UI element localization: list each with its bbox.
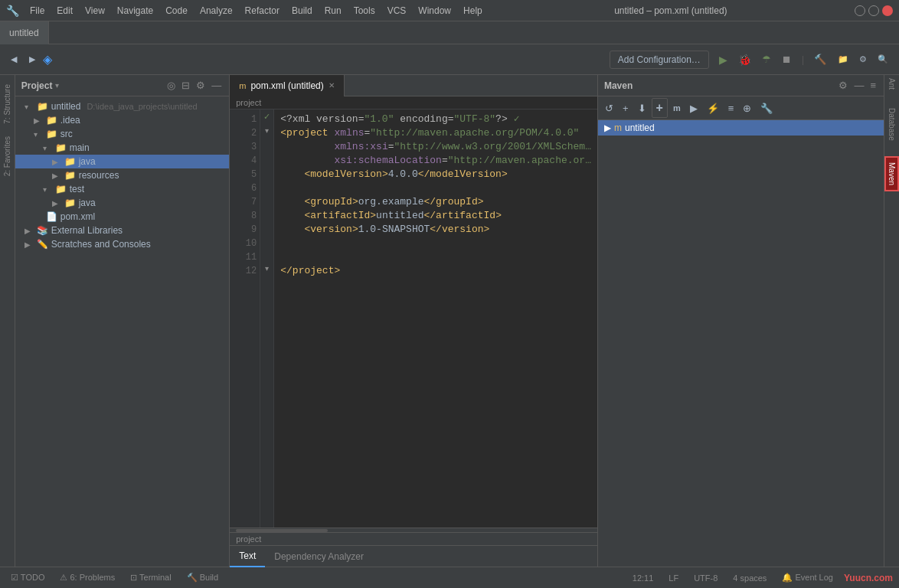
indent-5 <box>280 168 304 181</box>
panel-settings-button[interactable]: ⚙ <box>195 78 207 93</box>
expand-arrow-java-test[interactable]: ▶ <box>52 199 61 207</box>
expand-arrow-idea[interactable]: ▶ <box>34 116 43 125</box>
menu-refactor[interactable]: Refactor <box>240 4 284 18</box>
debug-button[interactable]: 🐞 <box>734 51 755 68</box>
collapse-all-button[interactable]: ⊟ <box>180 78 191 93</box>
menu-view[interactable]: View <box>80 4 110 18</box>
menu-analyze[interactable]: Analyze <box>195 4 237 18</box>
settings-button[interactable]: ⚙ <box>855 51 871 67</box>
stop-button[interactable]: ⏹ <box>778 51 796 67</box>
tree-item-java-main[interactable]: ▶ 📁 java <box>15 155 230 168</box>
coverage-button[interactable]: ☂ <box>758 51 775 67</box>
menu-build[interactable]: Build <box>287 4 317 18</box>
scrollbar-thumb[interactable] <box>236 529 328 532</box>
menu-vcs[interactable]: VCS <box>383 4 411 18</box>
maven-execute-button[interactable]: ▶ <box>686 100 701 116</box>
cursor-position[interactable]: 12:11 <box>628 573 659 583</box>
maven-tree-item-untitled[interactable]: ▶ m untitled <box>598 120 884 136</box>
menu-window[interactable]: Window <box>414 4 456 18</box>
maven-side-label[interactable]: Maven <box>884 156 899 191</box>
menu-code[interactable]: Code <box>161 4 192 18</box>
expand-arrow-scratches[interactable]: ▶ <box>25 240 34 249</box>
tree-main-name: main <box>70 142 90 153</box>
maven-create-button[interactable]: + <box>652 98 668 118</box>
menu-file[interactable]: File <box>25 4 49 18</box>
tree-item-root[interactable]: ▾ 📁 untitled D:\idea_java_projects\untit… <box>15 100 230 113</box>
maximize-button[interactable]: □ <box>868 5 879 16</box>
tree-item-pom[interactable]: 📄 pom.xml <box>15 210 230 224</box>
maven-run-button[interactable]: m <box>669 101 685 115</box>
close-button[interactable]: ✕ <box>882 5 893 16</box>
editor-tab-close[interactable]: ✕ <box>329 81 335 90</box>
maven-expand-arrow[interactable]: ▶ <box>604 122 611 133</box>
locate-button[interactable]: ◎ <box>165 78 177 93</box>
tree-item-src[interactable]: ▾ 📁 src <box>15 127 230 141</box>
menu-tools[interactable]: Tools <box>349 4 380 18</box>
menu-help[interactable]: Help <box>459 4 487 18</box>
maven-header: Maven ⚙ — ≡ <box>598 75 884 96</box>
terminal-button[interactable]: ⊡ Terminal <box>126 573 175 583</box>
tree-item-idea[interactable]: ▶ 📁 .idea <box>15 113 230 127</box>
fold-arrow-2[interactable]: ▾ <box>260 123 273 137</box>
tree-item-main[interactable]: ▾ 📁 main <box>15 141 230 155</box>
tab-text[interactable]: Text <box>230 546 265 567</box>
maven-close-button[interactable]: ≡ <box>868 78 878 93</box>
search-button[interactable]: 🔍 <box>873 51 893 67</box>
left-side-strip: 7: Structure 2: Favorites <box>0 75 15 567</box>
encoding[interactable]: UTF-8 <box>689 573 722 583</box>
terminal-label: Terminal <box>139 573 172 582</box>
tree-item-resources[interactable]: ▶ 📁 resources <box>15 168 230 182</box>
expand-arrow-src[interactable]: ▾ <box>34 130 43 139</box>
project-structure-button[interactable]: 📁 <box>833 51 853 67</box>
maven-add-project-button[interactable]: + <box>619 100 633 116</box>
navigate-back-button[interactable]: ◀ <box>6 51 21 67</box>
todo-button[interactable]: ☑ TODO <box>6 573 49 583</box>
maven-settings-button[interactable]: ⚙ <box>837 78 849 93</box>
src-folder-icon: 📁 <box>46 129 57 139</box>
expand-arrow-main[interactable]: ▾ <box>43 144 52 152</box>
navigate-forward-button[interactable]: ▶ <box>25 51 40 67</box>
fold-arrow-12[interactable]: ▾ <box>260 261 273 275</box>
maven-collapse-button[interactable]: — <box>852 78 865 93</box>
menu-navigate[interactable]: Navigate <box>113 4 158 18</box>
code-editor[interactable]: <?xml version="1.0" encoding="UTF-8"?> ✓… <box>274 109 597 528</box>
maven-lifecycle-button[interactable]: ≡ <box>724 100 738 116</box>
run-button[interactable]: ▶ <box>715 51 731 68</box>
expand-arrow-root[interactable]: ▾ <box>25 103 34 111</box>
artifact-id-close: </artifactId> <box>424 209 502 223</box>
problems-button[interactable]: ⚠ 6: Problems <box>55 573 119 583</box>
java-test-folder-icon: 📁 <box>64 198 76 208</box>
add-configuration-button[interactable]: Add Configuration… <box>610 51 709 69</box>
maven-skip-button[interactable]: ⚡ <box>703 100 723 116</box>
structure-label[interactable]: 7: Structure <box>2 81 13 127</box>
editor-content[interactable]: 1 2 3 4 5 6 7 8 9 10 11 12 ✓ ▾ <box>230 109 597 528</box>
project-tab[interactable]: untitled <box>0 21 49 44</box>
tree-item-external-libs[interactable]: ▶ 📚 External Libraries <box>15 224 230 237</box>
expand-arrow-test[interactable]: ▾ <box>43 185 52 194</box>
menu-run[interactable]: Run <box>320 4 346 18</box>
maven-wrench-button[interactable]: 🔧 <box>757 100 776 116</box>
build-button[interactable]: 🔨 <box>810 51 830 67</box>
line-separator[interactable]: LF <box>664 573 683 583</box>
tree-item-java-test[interactable]: ▶ 📁 java <box>15 196 230 210</box>
tree-item-test[interactable]: ▾ 📁 test <box>15 182 230 196</box>
ant-label[interactable]: Ant <box>886 75 897 93</box>
file-breadcrumb: project <box>230 96 597 109</box>
expand-arrow-ext-libs[interactable]: ▶ <box>25 227 34 235</box>
database-label[interactable]: Database <box>886 105 897 144</box>
maven-plugin-button[interactable]: ⊕ <box>739 100 755 116</box>
maven-download-button[interactable]: ⬇ <box>634 100 650 116</box>
expand-arrow-resources[interactable]: ▶ <box>52 172 61 180</box>
editor-tab-pom[interactable]: m pom.xml (untitled) ✕ <box>230 75 345 96</box>
expand-arrow-java-main[interactable]: ▶ <box>52 158 61 166</box>
maven-refresh-button[interactable]: ↺ <box>601 100 617 116</box>
indent[interactable]: 4 spaces <box>728 573 771 583</box>
panel-minimize-button[interactable]: — <box>210 78 223 93</box>
menu-edit[interactable]: Edit <box>52 4 77 18</box>
favorites-label[interactable]: 2: Favorites <box>2 133 13 179</box>
event-log-button[interactable]: 🔔 Event Log <box>777 573 838 583</box>
minimize-button[interactable]: — <box>855 5 865 16</box>
build-button-status[interactable]: 🔨 Build <box>182 573 224 583</box>
tab-dependency-analyzer[interactable]: Dependency Analyzer <box>265 546 373 567</box>
tree-item-scratches[interactable]: ▶ ✏️ Scratches and Consoles <box>15 237 230 251</box>
